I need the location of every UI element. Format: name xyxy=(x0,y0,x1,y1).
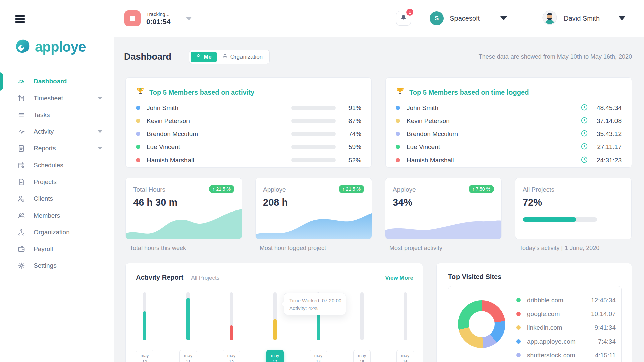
activity-bar-may12[interactable]: may12 xyxy=(223,292,240,362)
site-name: dribbble.com xyxy=(527,297,591,304)
workspace-switcher[interactable]: S Spacesoft xyxy=(430,11,507,25)
settings-gear-icon xyxy=(17,262,25,270)
member-name: Lue Vincent xyxy=(147,143,291,151)
hamburger-menu-icon[interactable] xyxy=(15,15,25,23)
date-chip[interactable]: may16 xyxy=(396,350,414,362)
sidebar-item-organization[interactable]: Organization xyxy=(0,224,114,241)
sidebar-item-label: Settings xyxy=(34,262,57,269)
sidebar-item-settings[interactable]: Settings xyxy=(0,257,114,274)
tasks-icon xyxy=(17,111,25,119)
stat-caption: Most hour logged project xyxy=(255,245,372,252)
sidebar-item-label: Payroll xyxy=(34,245,53,253)
app-logo[interactable]: apploye xyxy=(14,38,114,56)
user-dropdown-caret-icon[interactable] xyxy=(619,16,625,20)
clock-icon xyxy=(581,143,588,152)
sites-legend: dribbble.com 12:45:34 google.com 10:14:0… xyxy=(516,293,616,362)
stat-caption: Today's activity | 1 June, 2020 xyxy=(515,245,632,252)
activity-bar-may13[interactable]: may13 xyxy=(266,292,284,362)
activity-member-list: John Smith 91% Kevin Peterson 87% xyxy=(136,101,361,167)
member-dot xyxy=(396,145,400,149)
member-dot xyxy=(396,132,400,136)
stat-trend-badge: ↑ 21.5 % xyxy=(209,185,234,193)
sidebar-item-label: Projects xyxy=(34,178,57,186)
sidebar: apploye Dashboard Timesheet Tasks Activi… xyxy=(0,0,114,362)
date-chip[interactable]: may11 xyxy=(179,350,197,362)
clock-icon xyxy=(581,130,588,138)
dashboard-content: Dashboard Me Organization These data are… xyxy=(114,37,644,362)
activity-report-subtitle: All Projects xyxy=(191,275,219,281)
stat-cards-row: Total Hours 46 h 30 m ↑ 21.5 % Apploye 2… xyxy=(125,178,632,239)
date-chip[interactable]: may14 xyxy=(310,350,327,362)
clients-icon xyxy=(17,195,25,203)
apploye-logo-icon xyxy=(14,38,31,56)
activity-progress-bar xyxy=(291,106,336,110)
app-root: apploye Dashboard Timesheet Tasks Activi… xyxy=(0,0,644,362)
member-name: Hamish Marshall xyxy=(407,157,581,164)
site-name: linkedin.com xyxy=(527,324,595,331)
legend-row: shutterstock.com 4:15:11 xyxy=(516,348,616,362)
notifications-button[interactable]: 1 xyxy=(396,11,411,26)
sidebar-item-activity[interactable]: Activity xyxy=(0,123,114,140)
workspace-dropdown-caret-icon[interactable] xyxy=(500,16,507,20)
dashboard-icon xyxy=(17,77,25,85)
sidebar-item-tasks[interactable]: Tasks xyxy=(0,107,114,123)
sidebar-item-timesheet[interactable]: Timesheet xyxy=(0,90,114,107)
activity-bar-may10[interactable]: may10 xyxy=(136,292,153,362)
sidebar-item-members[interactable]: Members xyxy=(0,207,114,224)
logged-time: 48:45:34 xyxy=(588,104,622,112)
toggle-organization[interactable]: Organization xyxy=(217,51,268,62)
stat-card-most-hours-project: Apploye 208 h ↑ 21.5 % xyxy=(255,178,372,239)
sidebar-item-clients[interactable]: Clients xyxy=(0,190,114,207)
date-chip[interactable]: may12 xyxy=(223,350,240,362)
view-more-link[interactable]: View More xyxy=(385,275,413,281)
sidebar-item-label: Tasks xyxy=(34,111,50,119)
person-icon xyxy=(196,54,201,60)
sidebar-item-reports[interactable]: Reports xyxy=(0,140,114,157)
date-chip[interactable]: may15 xyxy=(353,350,371,362)
sparkline-wave xyxy=(126,200,242,239)
site-time: 12:45:34 xyxy=(591,297,616,304)
activity-percent: 91% xyxy=(341,104,361,112)
legend-dot xyxy=(516,339,521,344)
stop-tracking-button[interactable] xyxy=(124,10,141,26)
chevron-down-icon[interactable] xyxy=(98,147,102,150)
chevron-down-icon[interactable] xyxy=(98,97,102,100)
stat-caption: Total hours this week xyxy=(125,245,242,252)
stat-value: 72% xyxy=(523,197,623,208)
site-name: google.com xyxy=(527,310,591,318)
member-name: Lue Vincent xyxy=(407,143,581,151)
stat-card-total-hours: Total Hours 46 h 30 m ↑ 21.5 % xyxy=(125,178,242,239)
activity-percent: 52% xyxy=(341,157,361,164)
bottom-row: Activity Report All Projects View More m… xyxy=(125,263,632,362)
bar-tooltip: Time Worked: 07:20:00 Activity: 42% xyxy=(284,293,346,315)
user-menu[interactable]: David Smith xyxy=(542,10,625,26)
top-members-row: Top 5 Members based on activity John Smi… xyxy=(125,77,632,168)
sidebar-item-label: Organization xyxy=(34,229,70,236)
sidebar-nav: Dashboard Timesheet Tasks Activity Repor… xyxy=(0,73,114,274)
date-chip-selected[interactable]: may13 xyxy=(266,350,284,362)
member-row: Brendon Mcculum 74% xyxy=(136,127,361,140)
projects-icon xyxy=(17,178,25,186)
activity-bar-may16[interactable]: may16 xyxy=(396,292,414,362)
legend-dot xyxy=(516,353,521,357)
chevron-down-icon[interactable] xyxy=(98,130,102,133)
activity-bar-may11[interactable]: may11 xyxy=(179,292,197,362)
toggle-me[interactable]: Me xyxy=(191,52,217,62)
sidebar-item-dashboard[interactable]: Dashboard xyxy=(0,73,114,90)
activity-bar-may15[interactable]: may15 xyxy=(353,292,371,362)
activity-icon xyxy=(17,128,25,136)
sidebar-item-schedules[interactable]: Schedules xyxy=(0,157,114,174)
legend-row: google.com 10:14:07 xyxy=(516,307,616,321)
legend-row: linkedin.com 9:41:34 xyxy=(516,321,616,335)
tracker-dropdown-caret-icon[interactable] xyxy=(186,17,192,20)
bell-icon xyxy=(400,14,407,22)
date-chip[interactable]: may10 xyxy=(136,350,153,362)
card-title: Top 5 Members based on activity xyxy=(149,88,254,96)
tracker-info: Tracking... 0:01:54 xyxy=(146,11,170,26)
member-name: John Smith xyxy=(407,104,581,112)
main-area: Tracking... 0:01:54 1 S Spacesoft xyxy=(114,0,644,362)
sidebar-item-payroll[interactable]: Payroll xyxy=(0,241,114,257)
logged-time: 27:11:17 xyxy=(588,143,622,151)
sidebar-item-projects[interactable]: Projects xyxy=(0,174,114,190)
time-member-list: John Smith 48:45:34 Kevin Peterson 37:14… xyxy=(396,101,622,167)
